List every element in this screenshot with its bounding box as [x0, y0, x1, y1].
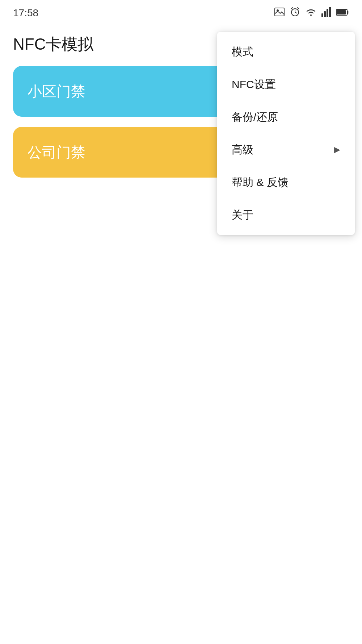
menu-item-help[interactable]: 帮助 & 反馈 — [217, 166, 355, 199]
menu-item-nfc-settings[interactable]: NFC设置 — [217, 68, 355, 101]
menu-item-advanced-label: 高级 — [232, 142, 253, 157]
menu-item-mode-label: 模式 — [232, 45, 253, 59]
menu-item-nfc-settings-label: NFC设置 — [232, 77, 276, 92]
menu-item-help-label: 帮助 & 反馈 — [232, 175, 289, 190]
menu-item-advanced[interactable]: 高级 ▶ — [217, 133, 355, 166]
menu-item-mode[interactable]: 模式 — [217, 36, 355, 68]
menu-item-about[interactable]: 关于 — [217, 199, 355, 231]
dropdown-menu: 模式 NFC设置 备份/还原 高级 ▶ 帮助 & 反馈 关于 — [217, 32, 355, 235]
dropdown-overlay[interactable]: 模式 NFC设置 备份/还原 高级 ▶ 帮助 & 反馈 关于 — [0, 0, 362, 644]
menu-item-backup[interactable]: 备份/还原 — [217, 101, 355, 133]
menu-item-about-label: 关于 — [232, 208, 253, 223]
chevron-right-icon: ▶ — [334, 145, 340, 154]
menu-item-backup-label: 备份/还原 — [232, 110, 278, 125]
